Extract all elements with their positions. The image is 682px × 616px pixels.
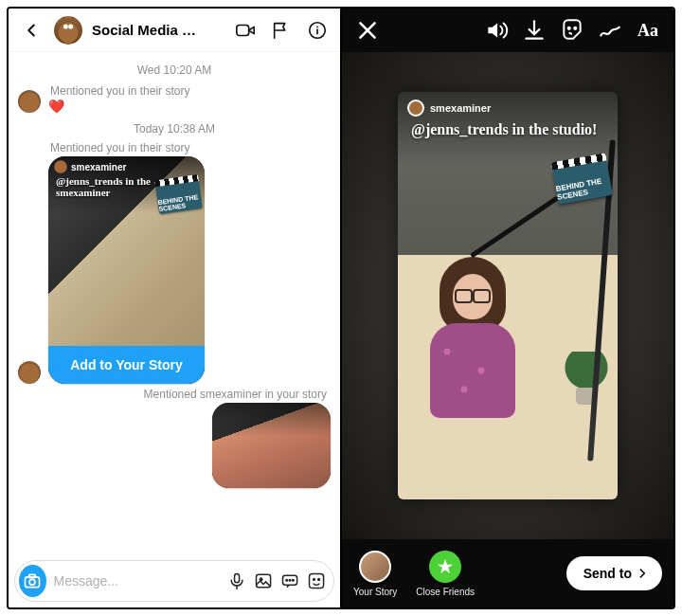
thread-title[interactable]: Social Media … [92, 22, 223, 38]
story-preview-image: smexaminer @jenns_trends in the smexamin… [48, 156, 205, 346]
svg-rect-13 [256, 574, 270, 587]
your-story-label: Your Story [353, 587, 397, 597]
svg-rect-1 [237, 25, 249, 35]
quick-reply-icon[interactable] [280, 570, 299, 592]
story-mention-card[interactable]: smexaminer @jenns_trends in the smexamin… [48, 156, 205, 384]
svg-rect-11 [234, 573, 239, 582]
your-story-target[interactable]: Your Story [353, 551, 397, 597]
message-input[interactable] [54, 573, 220, 589]
svg-point-9 [29, 579, 35, 585]
behind-the-scenes-badge[interactable]: BEHIND THE SCENES [552, 159, 613, 204]
dm-header: Social Media … [9, 9, 340, 52]
mention-text: Mentioned you in their story [12, 141, 336, 154]
svg-point-16 [286, 579, 288, 581]
send-to-label: Send to [583, 566, 632, 581]
svg-point-5 [316, 26, 318, 27]
thread-avatar[interactable] [54, 16, 82, 45]
close-icon[interactable] [355, 18, 380, 43]
messages-area[interactable]: Wed 10:20 AM Mentioned you in their stor… [9, 52, 340, 554]
story-caption-text[interactable]: @jenns_trends in the studio! [411, 120, 604, 139]
message-row-outgoing: Mentioned smexaminer in your story [12, 386, 336, 490]
download-icon[interactable] [522, 18, 547, 43]
svg-marker-24 [488, 23, 497, 37]
svg-point-18 [292, 579, 294, 581]
story-author-avatar-icon [407, 100, 424, 117]
behind-the-scenes-badge: BEHIND THE SCENES [155, 180, 203, 214]
story-preview-image [212, 403, 331, 488]
story-canvas[interactable]: smexaminer @jenns_trends in the studio! … [398, 92, 618, 499]
send-to-button[interactable]: Send to [566, 556, 662, 590]
message-composer [14, 560, 334, 602]
your-story-avatar-icon [359, 551, 391, 583]
editor-stage[interactable]: smexaminer @jenns_trends in the studio! … [342, 52, 673, 539]
sound-icon[interactable] [484, 18, 509, 43]
close-friends-label: Close Friends [416, 587, 475, 597]
story-author-name: smexaminer [430, 102, 491, 114]
sender-avatar[interactable] [18, 90, 41, 113]
heart-reaction-icon[interactable]: ❤️ [48, 100, 64, 113]
editor-bottom-bar: Your Story ★ Close Friends Send to [342, 539, 673, 607]
draw-icon[interactable] [598, 18, 622, 43]
svg-point-27 [568, 27, 570, 29]
message-row: Mentioned you in their story ❤️ [12, 82, 336, 115]
mic-arm [470, 196, 559, 259]
story-mention-card[interactable] [212, 403, 331, 488]
svg-point-20 [314, 578, 315, 580]
dm-pane: Social Media … Wed 10:20 AM Mentioned yo… [9, 9, 342, 607]
editor-toolbar: Aa [342, 9, 673, 52]
story-author-chip[interactable]: smexaminer [407, 100, 491, 117]
svg-marker-2 [249, 27, 255, 33]
story-editor-pane: Aa smexaminer @jenns_trends in the studi… [342, 9, 673, 607]
svg-rect-19 [309, 573, 323, 588]
voice-message-icon[interactable] [227, 570, 246, 592]
mention-text: Mentioned smexaminer in your story [142, 388, 331, 401]
timestamp: Wed 10:20 AM [12, 63, 336, 77]
close-friends-star-icon: ★ [429, 551, 461, 583]
decor-plant [565, 352, 608, 405]
close-friends-target[interactable]: ★ Close Friends [416, 551, 475, 597]
flag-icon[interactable] [268, 17, 295, 44]
mention-text: Mentioned you in their story [48, 84, 189, 98]
svg-point-21 [318, 578, 320, 580]
sticker-icon[interactable] [307, 570, 326, 592]
video-call-icon[interactable] [232, 17, 259, 44]
text-tool-button[interactable]: Aa [636, 18, 660, 43]
story-author-avatar-icon [54, 160, 67, 173]
add-to-your-story-button[interactable]: Add to Your Story [48, 346, 205, 384]
message-row: smexaminer @jenns_trends in the smexamin… [12, 154, 336, 386]
story-author-name: smexaminer [71, 162, 126, 172]
svg-point-17 [289, 579, 291, 581]
camera-button[interactable] [19, 565, 46, 597]
svg-point-28 [574, 27, 576, 29]
sender-avatar[interactable] [18, 361, 41, 384]
sticker-icon[interactable] [560, 18, 584, 43]
gallery-icon[interactable] [254, 570, 273, 592]
back-icon[interactable] [18, 17, 45, 44]
story-author-chip: smexaminer [54, 160, 126, 173]
subject-person [424, 257, 519, 408]
info-icon[interactable] [304, 17, 331, 44]
chevron-right-icon [636, 567, 649, 580]
timestamp: Today 10:38 AM [12, 122, 336, 136]
